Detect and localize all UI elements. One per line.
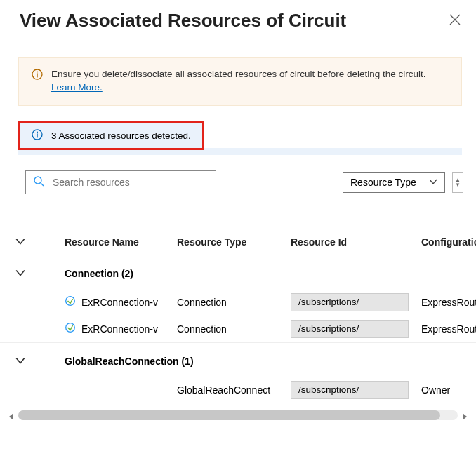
warning-text: Ensure you delete/dissociate all associa…	[51, 69, 426, 79]
info-icon	[32, 129, 43, 142]
horizontal-scrollbar[interactable]	[0, 408, 476, 420]
column-headers: Resource Name Resource Type Resource Id …	[0, 236, 476, 255]
group-title: GlobalReachConnection (1)	[65, 356, 476, 367]
svg-point-4	[37, 131, 38, 133]
svg-point-6	[34, 177, 41, 184]
table-row: ExRConnection-v Connection /subscription…	[0, 316, 476, 342]
resource-type-select[interactable]: Resource Type	[343, 172, 445, 193]
chevron-down-icon	[15, 356, 65, 367]
svg-rect-2	[37, 73, 37, 77]
table-row: GlobalReachConnect /subscriptions/ Owner	[0, 377, 476, 403]
svg-point-1	[37, 72, 38, 73]
collapse-all-icon[interactable]	[15, 236, 65, 248]
close-icon[interactable]	[449, 14, 461, 28]
info-text: 3 Associated resources detected.	[51, 130, 191, 141]
connection-icon	[65, 322, 76, 335]
learn-more-link[interactable]: Learn More.	[51, 82, 103, 93]
row-cfg: ExpressRoute	[421, 323, 476, 335]
search-field[interactable]	[51, 176, 209, 189]
page-title: View Associated Resources of Circuit	[20, 10, 346, 32]
row-type: GlobalReachConnect	[177, 384, 291, 396]
table-row: ExRConnection-v Connection /subscription…	[0, 289, 476, 316]
group-header[interactable]: Connection (2)	[0, 255, 476, 289]
chevron-down-icon	[429, 177, 437, 188]
row-id[interactable]: /subscriptions/	[291, 293, 409, 311]
col-cfg: Configuration	[421, 236, 476, 248]
group-header[interactable]: GlobalReachConnection (1)	[0, 342, 476, 377]
resource-type-label: Resource Type	[350, 177, 416, 188]
col-id: Resource Id	[291, 236, 421, 248]
scroll-left-icon[interactable]	[7, 411, 15, 419]
group-title: Connection (2)	[65, 268, 476, 279]
warning-banner: Ensure you delete/dissociate all associa…	[18, 57, 462, 106]
col-name: Resource Name	[65, 236, 177, 248]
scroll-right-icon[interactable]	[461, 411, 469, 419]
row-name[interactable]: ExRConnection-v	[81, 323, 158, 335]
row-id[interactable]: /subscriptions/	[291, 381, 409, 399]
search-input[interactable]	[25, 170, 216, 194]
svg-rect-5	[37, 133, 37, 137]
warning-icon	[32, 69, 43, 84]
row-type: Connection	[177, 297, 291, 308]
sort-toggle[interactable]: ▲ ▼	[452, 172, 463, 193]
row-type: Connection	[177, 323, 291, 335]
row-id[interactable]: /subscriptions/	[291, 320, 409, 338]
sort-down-icon: ▼	[453, 182, 463, 187]
row-cfg: ExpressRoute	[421, 297, 476, 308]
svg-line-7	[41, 183, 44, 186]
col-type: Resource Type	[177, 236, 291, 248]
connection-icon	[65, 295, 76, 309]
search-icon	[33, 175, 44, 189]
info-banner: 3 Associated resources detected.	[18, 121, 204, 150]
row-name[interactable]: ExRConnection-v	[81, 297, 158, 308]
chevron-down-icon	[15, 268, 65, 279]
row-cfg: Owner	[421, 384, 476, 396]
